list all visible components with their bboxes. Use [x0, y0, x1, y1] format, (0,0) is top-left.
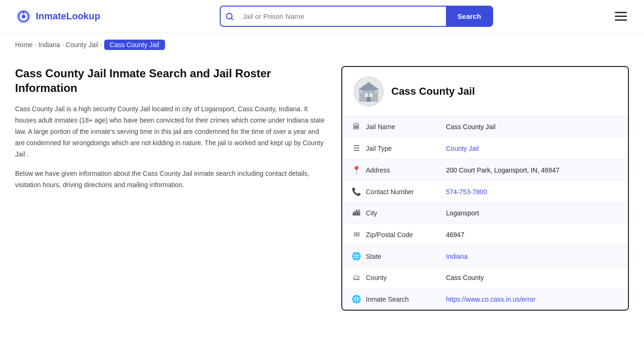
label-text: State: [366, 253, 381, 260]
breadcrumb-sep-2: ›: [62, 41, 64, 48]
row-icon: 🌐: [352, 252, 361, 261]
table-row: ☰Jail TypeCounty Jail: [342, 138, 628, 159]
page-title: Cass County Jail Inmate Search and Jail …: [15, 66, 326, 95]
svg-rect-9: [370, 93, 372, 97]
breadcrumb-home[interactable]: Home: [15, 41, 33, 49]
row-icon: 🗂: [352, 273, 361, 282]
breadcrumb-sep-3: ›: [100, 41, 102, 48]
label-text: Inmate Search: [366, 296, 409, 303]
logo-icon: [15, 8, 32, 25]
search-input[interactable]: [239, 8, 446, 25]
svg-rect-11: [367, 97, 371, 102]
table-value-cell[interactable]: https://www.co.cass.in.us/error: [437, 288, 628, 310]
left-panel: Cass County Jail Inmate Search and Jail …: [15, 66, 326, 343]
jail-avatar: [354, 76, 384, 107]
label-text: Address: [366, 166, 390, 174]
right-panel: Cass County Jail 🏛Jail NameCass County J…: [341, 66, 629, 343]
breadcrumb: Home › Indiana › County Jail › Cass Coun…: [0, 33, 644, 57]
table-label-cell: 🗂County: [342, 267, 437, 288]
search-icon: [221, 12, 239, 21]
table-value-cell: Cass County: [437, 267, 628, 288]
table-row: 🌐StateIndiana: [342, 246, 628, 267]
table-value-cell: 200 Court Park, Logansport, IN, 46947: [437, 159, 628, 181]
info-card: Cass County Jail 🏛Jail NameCass County J…: [341, 66, 629, 311]
value-link[interactable]: Indiana: [446, 253, 468, 260]
table-label-cell: 🌐Inmate Search: [342, 288, 437, 310]
label-text: Zip/Postal Code: [366, 231, 413, 239]
table-label-cell: 🏛Jail Name: [342, 116, 437, 138]
breadcrumb-indiana[interactable]: Indiana: [38, 41, 60, 49]
row-icon: ✉: [352, 230, 361, 239]
logo-link[interactable]: InmateLookup: [15, 8, 100, 25]
table-label-cell: 🏙City: [342, 203, 437, 224]
table-label-cell: ✉Zip/Postal Code: [342, 224, 437, 246]
label-text: Contact Number: [366, 188, 414, 196]
table-value-cell[interactable]: County Jail: [437, 138, 628, 159]
value-link[interactable]: https://www.co.cass.in.us/error: [446, 296, 536, 303]
header: InmateLookup Search: [0, 0, 644, 33]
building-icon: [357, 80, 380, 103]
page-description-2: Below we have given information about th…: [15, 168, 326, 191]
table-value-cell: 46947: [437, 224, 628, 246]
menu-button[interactable]: [613, 10, 629, 23]
row-icon: 🌐: [352, 295, 361, 304]
table-row: 🏛Jail NameCass County Jail: [342, 116, 628, 138]
search-wrapper: Search: [220, 6, 493, 27]
svg-rect-8: [365, 93, 368, 97]
value-link[interactable]: 574-753-7800: [446, 188, 487, 196]
logo-text: InmateLookup: [36, 11, 100, 22]
table-row: 🗂CountyCass County: [342, 267, 628, 288]
table-row: 📞Contact Number574-753-7800: [342, 181, 628, 203]
row-icon: 📞: [352, 187, 361, 196]
table-value-cell[interactable]: Indiana: [437, 246, 628, 267]
card-title: Cass County Jail: [391, 85, 475, 98]
table-label-cell: 📞Contact Number: [342, 181, 437, 203]
svg-rect-13: [375, 90, 377, 92]
search-button[interactable]: Search: [446, 7, 492, 26]
label-text: Jail Type: [366, 145, 392, 152]
label-text: City: [366, 209, 377, 217]
table-label-cell: 🌐State: [342, 246, 437, 267]
value-link[interactable]: County Jail: [446, 145, 479, 152]
breadcrumb-county-jail[interactable]: County Jail: [66, 41, 98, 49]
table-row: 🌐Inmate Searchhttps://www.co.cass.in.us/…: [342, 288, 628, 310]
info-table: 🏛Jail NameCass County Jail☰Jail TypeCoun…: [342, 116, 628, 310]
main-content: Cass County Jail Inmate Search and Jail …: [0, 57, 644, 362]
breadcrumb-sep-1: ›: [34, 41, 36, 48]
svg-marker-7: [358, 82, 379, 90]
svg-point-2: [22, 15, 25, 18]
svg-rect-10: [362, 90, 375, 90]
table-row: 🏙CityLogansport: [342, 203, 628, 224]
card-header: Cass County Jail: [342, 67, 628, 116]
page-description-1: Cass County Jail is a high security Coun…: [15, 104, 326, 160]
row-icon: 🏛: [352, 123, 361, 131]
table-label-cell: 📍Address: [342, 159, 437, 181]
table-row: ✉Zip/Postal Code46947: [342, 224, 628, 246]
row-icon: 📍: [352, 165, 361, 174]
table-row: 📍Address200 Court Park, Logansport, IN, …: [342, 159, 628, 181]
breadcrumb-current: Cass County Jail: [104, 40, 165, 50]
table-value-cell: Logansport: [437, 203, 628, 224]
table-label-cell: ☰Jail Type: [342, 138, 437, 159]
search-area: Search: [220, 6, 493, 27]
row-icon: 🏙: [352, 209, 361, 217]
label-text: County: [366, 274, 387, 281]
svg-rect-12: [360, 90, 362, 92]
table-value-cell: Cass County Jail: [437, 116, 628, 138]
table-value-cell[interactable]: 574-753-7800: [437, 181, 628, 203]
row-icon: ☰: [352, 144, 361, 153]
svg-line-5: [231, 18, 233, 19]
label-text: Jail Name: [366, 123, 395, 131]
